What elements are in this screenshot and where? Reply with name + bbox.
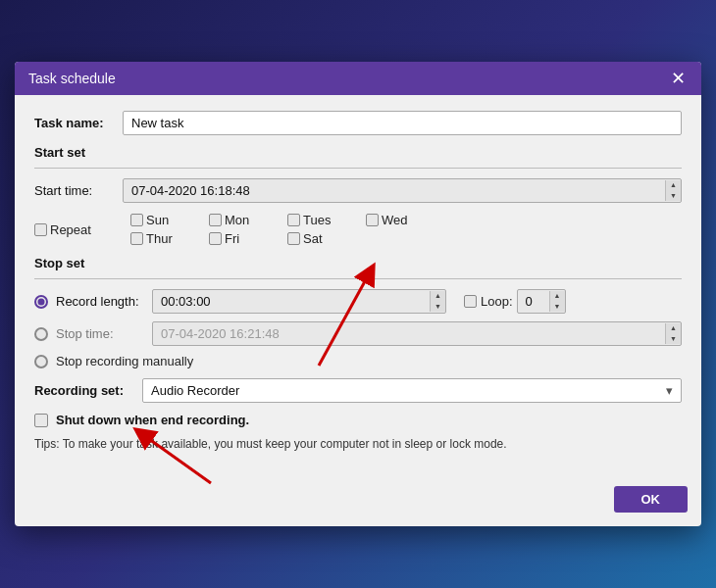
day-tues[interactable]: Tues xyxy=(287,213,356,227)
repeat-checkbox[interactable] xyxy=(34,223,47,236)
day-mon-checkbox[interactable] xyxy=(209,214,222,226)
day-fri-checkbox[interactable] xyxy=(209,232,222,245)
shutdown-checkbox[interactable] xyxy=(34,414,48,427)
repeat-checkbox-item[interactable]: Repeat xyxy=(34,222,123,237)
ok-button[interactable]: OK xyxy=(614,486,689,513)
day-sun-checkbox[interactable] xyxy=(130,214,143,226)
titlebar: Task schedule ✕ xyxy=(15,62,701,95)
start-set-divider xyxy=(34,168,682,169)
record-length-row: Record length: 00:03:00 ▲ ▼ Loop: 0 ▲ xyxy=(34,289,682,314)
stop-set-section: Stop set Record length: 00:03:00 ▲ ▼ Loo… xyxy=(34,256,682,368)
day-tues-checkbox[interactable] xyxy=(287,214,300,226)
loop-spinner[interactable]: 0 ▲ ▼ xyxy=(517,289,566,314)
stop-time-spinner-buttons: ▲ ▼ xyxy=(665,323,681,344)
loop-spinner-buttons: ▲ ▼ xyxy=(549,291,565,312)
day-fri-label: Fri xyxy=(225,231,239,246)
stop-time-radio[interactable] xyxy=(34,327,48,341)
day-thur[interactable]: Thur xyxy=(130,231,199,246)
loop-checkbox[interactable] xyxy=(464,295,477,308)
start-time-spinner-buttons: ▲ ▼ xyxy=(665,180,681,201)
repeat-label: Repeat xyxy=(50,222,91,237)
stop-manually-label: Stop recording manually xyxy=(56,354,193,368)
stop-time-row: Stop time: 07-04-2020 16:21:48 ▲ ▼ xyxy=(34,321,682,346)
start-time-down-button[interactable]: ▼ xyxy=(666,191,681,201)
footer: OK xyxy=(15,480,701,526)
day-thur-checkbox[interactable] xyxy=(130,232,143,245)
recording-set-value: Audio Recorder xyxy=(151,383,239,398)
day-fri[interactable]: Fri xyxy=(209,231,278,246)
start-set-label: Start set xyxy=(34,145,682,160)
stop-time-up-button[interactable]: ▲ xyxy=(666,323,681,333)
stop-set-label: Stop set xyxy=(34,256,682,270)
day-tues-label: Tues xyxy=(303,213,331,227)
start-time-value: 07-04-2020 16:18:48 xyxy=(124,179,665,202)
day-sun-label: Sun xyxy=(146,213,169,227)
recording-set-row: Recording set: Audio Recorder ▾ xyxy=(34,378,682,403)
close-button[interactable]: ✕ xyxy=(669,70,688,87)
dialog-title: Task schedule xyxy=(28,71,116,86)
stop-manually-radio[interactable] xyxy=(34,355,48,368)
stop-manually-row: Stop recording manually xyxy=(34,354,682,368)
loop-value: 0 xyxy=(518,290,549,313)
loop-section: Loop: 0 ▲ ▼ xyxy=(464,289,566,314)
loop-label: Loop: xyxy=(481,294,513,309)
task-name-label: Task name: xyxy=(34,116,123,130)
day-sun[interactable]: Sun xyxy=(130,213,199,227)
shutdown-row: Shut down when end recording. xyxy=(34,413,682,427)
loop-up-button[interactable]: ▲ xyxy=(550,291,565,301)
dialog-content: Task name: Start set Start time: 07-04-2… xyxy=(15,95,701,480)
start-time-spinner[interactable]: 07-04-2020 16:18:48 ▲ ▼ xyxy=(123,178,682,203)
record-length-spinner-buttons: ▲ ▼ xyxy=(430,291,445,312)
recording-set-label: Recording set: xyxy=(34,383,142,398)
record-length-value: 00:03:00 xyxy=(153,290,430,313)
stop-time-down-button[interactable]: ▼ xyxy=(666,334,681,344)
day-mon-label: Mon xyxy=(225,213,249,227)
task-name-input[interactable] xyxy=(123,111,682,135)
repeat-row: Repeat Sun Mon Tues Wed xyxy=(34,213,682,246)
stop-set-divider xyxy=(34,278,682,279)
tips-text: Tips: To make your task available, you m… xyxy=(34,437,682,451)
day-mon[interactable]: Mon xyxy=(209,213,278,227)
day-sat-label: Sat xyxy=(303,231,323,246)
record-length-label: Record length: xyxy=(56,294,144,309)
day-wed[interactable]: Wed xyxy=(366,213,435,227)
record-length-radio[interactable] xyxy=(34,295,48,309)
days-grid: Sun Mon Tues Wed Thur xyxy=(130,213,444,246)
recording-set-select[interactable]: Audio Recorder ▾ xyxy=(142,378,682,403)
task-name-row: Task name: xyxy=(34,111,682,135)
start-time-up-button[interactable]: ▲ xyxy=(666,180,681,190)
stop-time-label: Stop time: xyxy=(56,326,144,341)
day-wed-checkbox[interactable] xyxy=(366,214,379,226)
start-time-row: Start time: 07-04-2020 16:18:48 ▲ ▼ xyxy=(34,178,682,203)
record-length-up-button[interactable]: ▲ xyxy=(431,291,445,301)
day-sat-checkbox[interactable] xyxy=(287,232,300,245)
day-thur-label: Thur xyxy=(146,231,173,246)
loop-down-button[interactable]: ▼ xyxy=(550,302,565,312)
start-time-label: Start time: xyxy=(34,183,123,198)
day-wed-label: Wed xyxy=(382,213,408,227)
record-length-spinner[interactable]: 00:03:00 ▲ ▼ xyxy=(152,289,446,314)
task-schedule-dialog: Task schedule ✕ Task name: Start set Sta… xyxy=(15,62,701,526)
stop-time-value: 07-04-2020 16:21:48 xyxy=(153,322,665,345)
recording-set-dropdown-icon: ▾ xyxy=(666,383,673,398)
shutdown-label: Shut down when end recording. xyxy=(56,413,249,427)
day-sat[interactable]: Sat xyxy=(287,231,356,246)
record-length-down-button[interactable]: ▼ xyxy=(431,302,445,312)
stop-time-spinner: 07-04-2020 16:21:48 ▲ ▼ xyxy=(152,321,682,346)
